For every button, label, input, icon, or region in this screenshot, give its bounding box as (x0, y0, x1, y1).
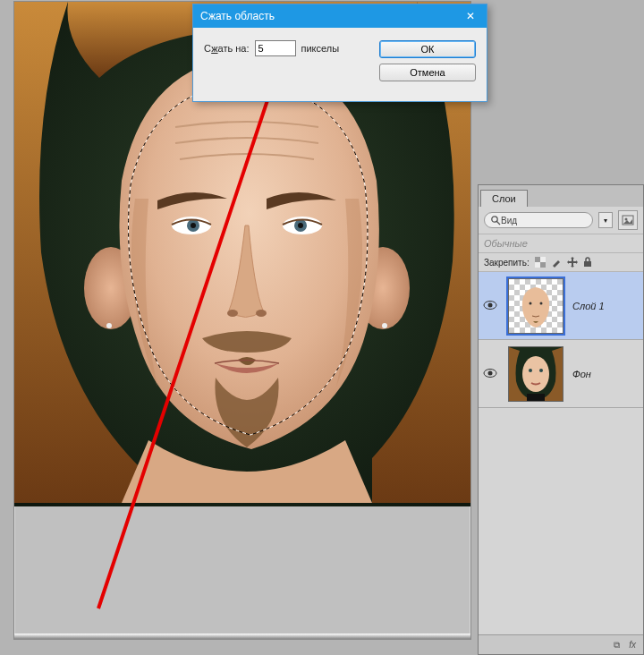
contract-by-label: Сжать на: (204, 43, 250, 54)
close-icon[interactable]: ✕ (462, 4, 479, 28)
lock-brush-icon[interactable] (551, 257, 562, 268)
panel-tabs: Слои (479, 185, 643, 207)
svg-point-33 (539, 369, 543, 372)
svg-rect-19 (535, 257, 540, 262)
layers-panel: Слои Вид ▾ Обычные Закрепить: (478, 184, 644, 655)
svg-point-29 (488, 370, 493, 375)
svg-point-26 (530, 302, 532, 304)
svg-point-27 (540, 302, 543, 304)
svg-point-31 (522, 356, 549, 392)
lock-move-icon[interactable] (567, 257, 578, 268)
svg-point-8 (191, 223, 196, 228)
scroll-region-bottom (14, 634, 470, 639)
svg-line-16 (497, 222, 501, 225)
svg-point-4 (106, 323, 112, 328)
svg-point-13 (256, 310, 267, 317)
contract-amount-input[interactable] (255, 40, 296, 56)
filter-image-icon[interactable] (618, 210, 638, 230)
filter-mode-label: Вид (501, 216, 587, 225)
lock-label: Закрепить: (484, 258, 530, 268)
layer-row[interactable]: Слой 1 (479, 272, 643, 340)
lock-transparency-icon[interactable] (535, 257, 546, 268)
svg-point-15 (492, 217, 497, 222)
eye-icon (483, 300, 497, 310)
panel-footer: ⧉ fx (479, 634, 643, 654)
lock-row: Закрепить: (479, 253, 643, 272)
svg-rect-34 (527, 394, 545, 401)
units-label: пикселы (301, 43, 340, 54)
layer-name[interactable]: Фон (572, 369, 591, 379)
layer-row[interactable]: Фон (479, 340, 643, 408)
layer-filter-dropdown[interactable]: Вид (484, 212, 593, 228)
fx-icon[interactable]: fx (629, 640, 636, 650)
layer-name[interactable]: Слой 1 (572, 301, 605, 311)
svg-point-25 (488, 302, 493, 307)
svg-rect-23 (584, 261, 591, 267)
blend-mode-dropdown[interactable]: Обычные (479, 234, 643, 253)
svg-rect-21 (540, 257, 546, 262)
dialog-titlebar[interactable]: Сжать область ✕ (193, 4, 487, 28)
contract-selection-dialog: Сжать область ✕ Сжать на: пикселы ОК Отм… (192, 4, 487, 102)
svg-point-5 (382, 323, 387, 328)
eye-icon (483, 368, 497, 379)
svg-point-32 (529, 369, 532, 372)
layer-thumbnail[interactable] (508, 346, 564, 402)
layers-list: Слой 1 Фон (479, 272, 643, 634)
svg-rect-22 (535, 262, 540, 268)
lock-all-icon[interactable] (583, 257, 592, 268)
layer-thumbnail[interactable] (508, 278, 564, 334)
cancel-button[interactable]: Отмена (379, 64, 476, 81)
filter-stepper[interactable]: ▾ (598, 212, 613, 228)
visibility-toggle[interactable] (481, 300, 499, 312)
svg-point-11 (298, 223, 303, 228)
dialog-title: Сжать область (200, 4, 275, 28)
svg-rect-20 (540, 262, 546, 268)
tab-layers[interactable]: Слои (480, 190, 528, 207)
ok-button[interactable]: ОК (379, 40, 476, 58)
search-icon (490, 215, 501, 225)
link-layers-icon[interactable]: ⧉ (614, 640, 620, 651)
svg-point-12 (227, 310, 238, 317)
visibility-toggle[interactable] (481, 368, 499, 380)
